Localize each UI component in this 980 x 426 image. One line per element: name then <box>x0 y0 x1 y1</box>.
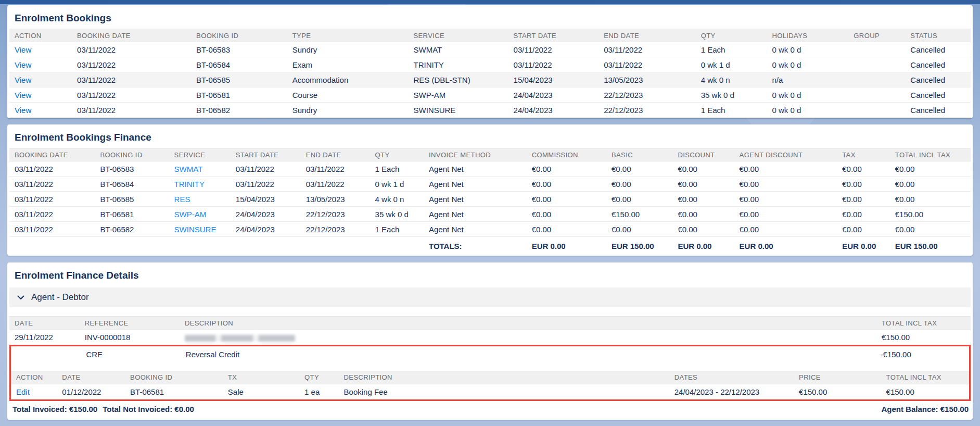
view-booking-link[interactable]: View <box>15 76 31 84</box>
edit-transaction-link[interactable]: Edit <box>16 387 30 396</box>
page-title: Enrolment Finance Details <box>9 262 971 286</box>
table-cell: 03/11/2022 <box>599 42 696 57</box>
table-header-row: DATE REFERENCE DESCRIPTION TOTAL INCL TA… <box>9 317 971 330</box>
table-cell: €0.00 <box>734 192 837 207</box>
totals-value: EUR 0.00 <box>672 237 734 256</box>
table-cell: 03/11/2022 <box>9 222 95 237</box>
column-header: TYPE <box>287 29 409 42</box>
table-cell: Course <box>287 87 409 103</box>
table-cell: 0 wk 1 d <box>370 177 424 192</box>
table-cell <box>848 42 905 57</box>
table-cell: €0.00 <box>837 222 890 237</box>
table-cell: BT-06585 <box>95 192 169 207</box>
table-cell: 1 Each <box>370 222 424 237</box>
view-booking-link[interactable]: View <box>15 60 31 69</box>
totals-value: EUR 150.00 <box>606 237 672 256</box>
table-cell <box>180 330 876 345</box>
table-cell: 1 Each <box>696 42 767 57</box>
table-cell: TRINITY <box>169 177 231 192</box>
table-cell: 24/04/2023 <box>231 222 301 237</box>
table-cell: €0.00 <box>837 207 890 222</box>
column-header: QTY <box>299 371 338 384</box>
total-invoiced-summary: Total Invoiced: €150.00 Total Not Invoic… <box>12 405 197 414</box>
view-booking-link[interactable]: View <box>15 91 31 99</box>
table-cell: BT-06582 <box>191 103 287 118</box>
table-cell: 22/12/2023 <box>301 207 370 222</box>
view-booking-link[interactable]: View <box>15 106 31 115</box>
table-cell: n/a <box>767 72 848 87</box>
table-cell: €0.00 <box>672 207 734 222</box>
table-cell <box>848 103 905 118</box>
status-cell: Cancelled <box>905 42 971 57</box>
table-cell: TRINITY <box>408 57 508 72</box>
table-cell: View <box>9 42 72 57</box>
status-cell: Cancelled <box>905 57 971 72</box>
table-cell: View <box>9 87 72 103</box>
table-cell <box>848 87 905 103</box>
table-cell: SWMAT <box>408 42 508 57</box>
table-cell: 24/04/2023 <box>508 87 599 103</box>
agent-balance-text: Agent Balance: €150.00 <box>881 405 969 414</box>
table-cell: 13/05/2023 <box>301 192 370 207</box>
table-cell: SWP-AM <box>408 87 508 103</box>
table-cell: 03/11/2022 <box>72 72 191 87</box>
column-header: DATE <box>9 317 80 330</box>
invoice-row: 29/11/2022 INV-0000018 €150.00 <box>9 330 971 345</box>
table-cell: 24/04/2023 - 22/12/2023 <box>669 384 794 399</box>
table-cell: €0.00 <box>606 177 672 192</box>
status-cell: Cancelled <box>905 72 971 87</box>
table-cell: BT-06584 <box>191 57 287 72</box>
service-link[interactable]: TRINITY <box>174 180 205 189</box>
table-cell: 0 wk 0 d <box>767 103 848 118</box>
totals-label: TOTALS: <box>424 237 527 256</box>
table-cell: 29/11/2022 <box>9 330 80 345</box>
view-booking-link[interactable]: View <box>15 45 31 54</box>
table-cell: BT-06585 <box>191 72 287 87</box>
table-cell: 35 wk 0 d <box>370 207 424 222</box>
column-header: BOOKING ID <box>95 148 169 161</box>
table-cell: RES <box>169 192 231 207</box>
table-row: 03/11/2022 BT-06585 RES 15/04/2023 13/05… <box>9 192 971 207</box>
table-cell: €0.00 <box>837 177 890 192</box>
service-link[interactable]: RES <box>174 195 190 204</box>
totals-value: EUR 0.00 <box>734 237 837 256</box>
column-header: TAX <box>837 148 890 161</box>
status-cell: Cancelled <box>905 103 971 118</box>
table-cell: 22/12/2023 <box>599 87 696 103</box>
table-cell: €0.00 <box>672 177 734 192</box>
table-cell: 03/11/2022 <box>72 57 191 72</box>
table-cell: 03/11/2022 <box>9 161 95 177</box>
table-cell: SWMAT <box>169 161 231 177</box>
table-cell: 1 Each <box>370 161 424 177</box>
enrolment-bookings-panel: Enrolment Bookings ACTION BOOKING DATE B… <box>7 5 973 118</box>
table-cell: INV-0000018 <box>80 330 180 345</box>
column-header: INVOICE METHOD <box>424 148 527 161</box>
table-cell <box>11 346 81 362</box>
table-cell: 0 wk 0 d <box>767 42 848 57</box>
service-link[interactable]: SWMAT <box>174 165 203 173</box>
table-cell: 35 wk 0 d <box>696 87 767 103</box>
table-cell: Booking Fee <box>339 384 669 399</box>
table-header-row: BOOKING DATE BOOKING ID SERVICE START DA… <box>9 148 971 161</box>
table-cell: Sale <box>223 384 299 399</box>
service-link[interactable]: SWP-AM <box>174 210 207 219</box>
table-cell <box>169 237 231 256</box>
table-cell: 03/11/2022 <box>72 87 191 103</box>
table-cell: View <box>9 57 72 72</box>
table-cell: BT-06583 <box>95 161 169 177</box>
highlight-red-box: CRE Reversal Credit -€150.00 ACTION DATE… <box>9 345 971 402</box>
table-header-row: ACTION BOOKING DATE BOOKING ID TYPE SERV… <box>9 29 971 42</box>
table-cell: Accommodation <box>287 72 409 87</box>
agent-debtor-section-toggle[interactable]: Agent - Debtor <box>9 287 971 307</box>
table-cell: 03/11/2022 <box>231 161 301 177</box>
service-link[interactable]: SWINSURE <box>174 225 217 234</box>
table-cell: €150.00 <box>606 207 672 222</box>
table-row: View 03/11/2022 BT-06583 Sundry SWMAT 03… <box>9 42 971 57</box>
page-background: Enrolment Bookings ACTION BOOKING DATE B… <box>0 0 980 426</box>
table-cell: 22/12/2023 <box>599 103 696 118</box>
table-cell: BT-06584 <box>95 177 169 192</box>
status-cell: Cancelled <box>905 87 971 103</box>
column-header: BOOKING ID <box>125 371 223 384</box>
table-cell: Agent Net <box>424 161 527 177</box>
transactions-table: ACTION DATE BOOKING ID TX QTY DESCRIPTIO… <box>11 371 969 400</box>
